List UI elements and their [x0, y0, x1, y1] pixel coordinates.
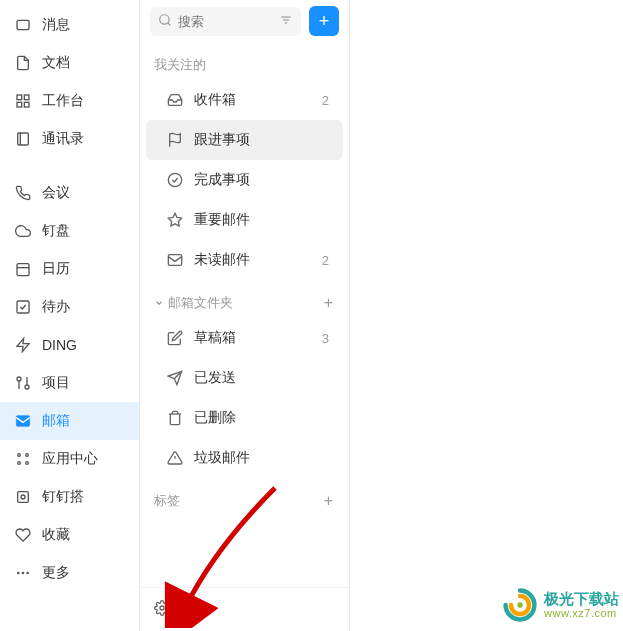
folder-followup[interactable]: 跟进事项: [146, 120, 343, 160]
nav-workspace[interactable]: 工作台: [0, 82, 139, 120]
search-icon: [158, 13, 172, 30]
nav-label: 通讯录: [42, 130, 84, 148]
folder-label: 未读邮件: [194, 251, 322, 269]
nav-label: 日历: [42, 260, 70, 278]
svg-rect-20: [18, 492, 29, 503]
folder-label: 跟进事项: [194, 131, 329, 149]
folder-drafts[interactable]: 草稿箱 3: [146, 318, 343, 358]
plus-icon: +: [319, 11, 330, 32]
svg-point-16: [18, 454, 21, 457]
folder-done[interactable]: 完成事项: [146, 160, 343, 200]
add-folder-button[interactable]: +: [322, 294, 335, 312]
compose-button[interactable]: +: [309, 6, 339, 36]
nav-more[interactable]: 更多: [0, 554, 139, 592]
svg-point-23: [22, 572, 25, 575]
svg-rect-4: [24, 102, 29, 107]
svg-point-11: [17, 377, 21, 381]
folder-count: 2: [322, 253, 329, 268]
svg-point-12: [25, 385, 29, 389]
message-icon: [14, 16, 32, 34]
nav-appcenter[interactable]: 应用中心: [0, 440, 139, 478]
svg-point-22: [17, 572, 20, 575]
folder-spam[interactable]: 垃圾邮件: [146, 438, 343, 478]
check-circle-icon: [166, 171, 184, 189]
phone-icon: [14, 184, 32, 202]
nav-meetings[interactable]: 会议: [0, 174, 139, 212]
settings-label: 设置: [178, 601, 206, 619]
edit-icon: [166, 329, 184, 347]
gear-icon: [154, 600, 170, 619]
nav-label: 钉盘: [42, 222, 70, 240]
folder-sent[interactable]: 已发送: [146, 358, 343, 398]
nav-contacts[interactable]: 通讯录: [0, 120, 139, 158]
calendar-icon: [14, 260, 32, 278]
nav-projects[interactable]: 项目: [0, 364, 139, 402]
nav-favorites[interactable]: 收藏: [0, 516, 139, 554]
search-input[interactable]: [178, 14, 273, 29]
cloud-icon: [14, 222, 32, 240]
nav-documents[interactable]: 文档: [0, 44, 139, 82]
folder-label: 草稿箱: [194, 329, 322, 347]
nav-mail[interactable]: 邮箱: [0, 402, 139, 440]
trash-icon: [166, 409, 184, 427]
nav-drive[interactable]: 钉盘: [0, 212, 139, 250]
svg-point-19: [26, 462, 29, 465]
nav-ding[interactable]: DING: [0, 326, 139, 364]
folder-unread[interactable]: 未读邮件 2: [146, 240, 343, 280]
nav-label: 钉钉搭: [42, 488, 84, 506]
svg-point-25: [160, 14, 169, 23]
plugin-icon: [14, 488, 32, 506]
check-icon: [14, 298, 32, 316]
nav-label: DING: [42, 337, 77, 353]
nav-todo[interactable]: 待办: [0, 288, 139, 326]
section-tags[interactable]: 标签 +: [140, 478, 349, 516]
folder-label: 收件箱: [194, 91, 322, 109]
svg-point-18: [18, 462, 21, 465]
folder-inbox[interactable]: 收件箱 2: [146, 80, 343, 120]
envelope-icon: [166, 251, 184, 269]
project-icon: [14, 374, 32, 392]
flag-icon: [166, 131, 184, 149]
folder-important[interactable]: 重要邮件: [146, 200, 343, 240]
filter-icon[interactable]: [279, 13, 293, 30]
send-icon: [166, 369, 184, 387]
nav-messages[interactable]: 消息: [0, 6, 139, 44]
nav-label: 文档: [42, 54, 70, 72]
nav-label: 收藏: [42, 526, 70, 544]
nav-label: 待办: [42, 298, 70, 316]
svg-rect-0: [17, 20, 29, 29]
svg-point-31: [168, 173, 181, 186]
svg-point-24: [26, 572, 29, 575]
add-tag-button[interactable]: +: [322, 492, 335, 510]
svg-rect-2: [24, 95, 29, 100]
svg-rect-3: [17, 102, 22, 107]
folder-label: 完成事项: [194, 171, 329, 189]
bolt-icon: [14, 336, 32, 354]
folder-label: 已发送: [194, 369, 329, 387]
section-folders[interactable]: 邮箱文件夹 +: [140, 280, 349, 318]
heart-icon: [14, 526, 32, 544]
folder-count: 3: [322, 331, 329, 346]
inbox-icon: [166, 91, 184, 109]
apps-icon: [14, 450, 32, 468]
svg-point-21: [21, 495, 25, 499]
nav-label: 项目: [42, 374, 70, 392]
nav-label: 应用中心: [42, 450, 98, 468]
svg-point-38: [160, 606, 164, 610]
search-box[interactable]: [150, 7, 301, 36]
svg-line-26: [168, 22, 171, 25]
nav-dingdingda[interactable]: 钉钉搭: [0, 478, 139, 516]
nav-calendar[interactable]: 日历: [0, 250, 139, 288]
section-following[interactable]: 我关注的: [140, 42, 349, 80]
svg-rect-15: [16, 416, 29, 427]
chevron-down-icon: [154, 298, 164, 308]
folder-trash[interactable]: 已删除: [146, 398, 343, 438]
alert-icon: [166, 449, 184, 467]
svg-marker-10: [17, 338, 29, 351]
settings-button[interactable]: 设置: [140, 587, 349, 631]
mail-icon: [14, 412, 32, 430]
section-label: 邮箱文件夹: [168, 294, 322, 312]
nav-label: 邮箱: [42, 412, 70, 430]
svg-rect-5: [18, 133, 29, 145]
more-icon: [14, 564, 32, 582]
